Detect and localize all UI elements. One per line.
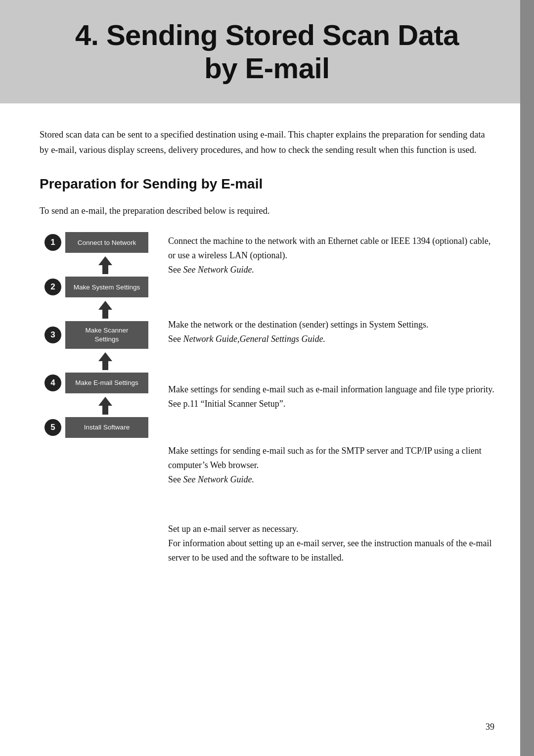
arrow-2 [97, 300, 114, 319]
step-5-number: 5 [44, 419, 61, 436]
right-decorative-bar [520, 0, 534, 756]
step-1-item: 1 Connect to Network [40, 232, 153, 254]
step-3-box: Make Scanner Settings [65, 321, 148, 348]
step-1-number: 1 [44, 234, 61, 251]
step-1-header: 1 Connect to Network [44, 232, 148, 253]
prep-intro: To send an e-mail, the preparation descr… [40, 206, 494, 216]
chapter-title: 4. Sending Stored Scan Data by E-mail [40, 19, 494, 85]
step-3-number: 3 [44, 327, 61, 343]
arrow-3 [97, 352, 114, 371]
step-3-header: 3 Make Scanner Settings [44, 321, 148, 348]
step-4-item: 4 Make E-mail Settings [40, 373, 153, 394]
page: 4. Sending Stored Scan Data by E-mail St… [0, 0, 534, 756]
arrow-4 [97, 396, 114, 415]
step-3-desc: Make settings for sending e-mail such as… [168, 382, 494, 411]
svg-marker-3 [98, 397, 112, 415]
step-4-header: 4 Make E-mail Settings [44, 373, 148, 393]
step-5-desc-text: Set up an e-mail server as necessary. Fo… [168, 522, 494, 565]
svg-marker-0 [98, 256, 112, 274]
step-5-box: Install Software [65, 417, 148, 438]
step-2-desc: Make the network or the destination (sen… [168, 318, 494, 346]
content-area: Stored scan data can be sent to a specif… [0, 127, 534, 604]
step-4-box: Make E-mail Settings [65, 373, 148, 393]
step-4-number: 4 [44, 375, 61, 391]
svg-marker-2 [98, 352, 112, 370]
step-1-desc-text: Connect the machine to the network with … [168, 234, 494, 277]
step-2-number: 2 [44, 279, 61, 295]
intro-paragraph: Stored scan data can be sent to a specif… [40, 127, 494, 157]
step-1-desc: Connect the machine to the network with … [168, 234, 494, 277]
step-2-header: 2 Make System Settings [44, 277, 148, 297]
step-5-desc: Set up an e-mail server as necessary. Fo… [168, 522, 494, 565]
step-3-see: See p.11 “Initial Scanner Setup”. [168, 399, 285, 409]
step-3-desc-text: Make settings for sending e-mail such as… [168, 382, 494, 411]
step-1-see: See Network Guide. [183, 265, 254, 275]
step-4-desc-text: Make settings for sending e-mail such as… [168, 444, 494, 486]
arrow-1 [97, 256, 114, 275]
step-4-desc: Make settings for sending e-mail such as… [168, 444, 494, 486]
step-2-desc-text: Make the network or the destination (sen… [168, 318, 494, 346]
step-5-item: 5 Install Software [40, 417, 153, 439]
step-2-see: Network Guide,General Settings Guide. [183, 334, 325, 344]
steps-container: 1 Connect to Network 2 Make System Setti… [40, 232, 494, 565]
step-1-box: Connect to Network [65, 232, 148, 253]
section-heading: Preparation for Sending by E-mail [40, 176, 494, 192]
steps-left-column: 1 Connect to Network 2 Make System Setti… [40, 232, 153, 438]
svg-marker-1 [98, 301, 112, 319]
step-4-see: See Network Guide. [183, 474, 254, 484]
step-3-item: 3 Make Scanner Settings [40, 321, 153, 349]
step-2-box: Make System Settings [65, 277, 148, 297]
chapter-header: 4. Sending Stored Scan Data by E-mail [0, 0, 534, 103]
steps-right-column: Connect the machine to the network with … [153, 232, 494, 565]
step-2-item: 2 Make System Settings [40, 277, 153, 298]
page-number: 39 [486, 722, 494, 732]
step-5-header: 5 Install Software [44, 417, 148, 438]
